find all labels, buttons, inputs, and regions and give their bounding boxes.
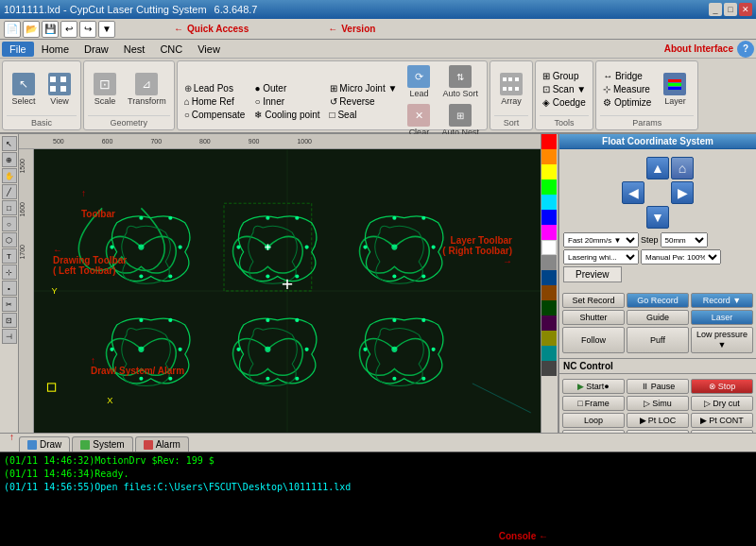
lt-zoom[interactable]: ⊕ bbox=[2, 152, 17, 167]
measure-btn[interactable]: ⊹ Measure bbox=[600, 83, 654, 95]
guide-btn[interactable]: Guide bbox=[627, 310, 689, 325]
qa-redo[interactable]: ↪ bbox=[79, 21, 96, 38]
lt-offset[interactable]: ⊡ bbox=[2, 313, 17, 328]
lead-pos-btn[interactable]: ⊕ Lead Pos bbox=[181, 82, 249, 94]
outer-btn[interactable]: ● Outer bbox=[251, 82, 322, 94]
coord-home-button[interactable]: ⌂ bbox=[671, 157, 694, 179]
qa-dropdown[interactable]: ▼ bbox=[98, 21, 115, 38]
shutter-btn[interactable]: Shutter bbox=[562, 310, 625, 325]
lt-break[interactable]: ⊣ bbox=[2, 329, 17, 344]
coedge-btn[interactable]: ◈ Coedge bbox=[540, 96, 589, 109]
coord-right-button[interactable]: ▶ bbox=[671, 181, 694, 204]
dry-cut-btn[interactable]: ▷Dry cut bbox=[691, 396, 753, 411]
lt-line[interactable]: ╱ bbox=[2, 184, 17, 199]
step-select[interactable]: 50mm bbox=[661, 232, 708, 247]
minimize-button[interactable]: _ bbox=[709, 3, 722, 16]
layer-color-darkgray[interactable] bbox=[541, 361, 557, 376]
coord-up-button[interactable]: ▲ bbox=[646, 157, 669, 179]
follow-btn[interactable]: Follow bbox=[562, 327, 625, 353]
bridge-btn[interactable]: ↔ Bridge bbox=[600, 70, 654, 82]
layer-color-yellow[interactable] bbox=[541, 164, 557, 179]
menu-nest[interactable]: Nest bbox=[116, 42, 153, 57]
layer-color-brown[interactable] bbox=[541, 285, 557, 300]
menu-draw[interactable]: Draw bbox=[77, 42, 116, 57]
tab-draw[interactable]: Draw bbox=[19, 436, 70, 452]
pt-loc-btn[interactable]: ▶Pt LOC bbox=[627, 413, 689, 428]
micro-joint-btn[interactable]: ⊞ Micro Joint ▼ bbox=[327, 82, 401, 94]
scale-button[interactable]: ⊡ Scale bbox=[88, 71, 122, 108]
menu-file[interactable]: File bbox=[2, 42, 34, 57]
reverse-btn[interactable]: ↺ Reverse bbox=[327, 95, 401, 108]
preview-button[interactable]: Preview bbox=[563, 266, 622, 282]
lt-rect[interactable]: □ bbox=[2, 200, 17, 215]
layer-color-darkpurple[interactable] bbox=[541, 316, 557, 331]
lt-poly[interactable]: ⬡ bbox=[2, 232, 17, 247]
pause-btn[interactable]: ⏸Pause bbox=[627, 379, 689, 394]
frame-btn[interactable]: □Frame bbox=[562, 396, 625, 411]
layer-color-darkgreen[interactable] bbox=[541, 300, 557, 316]
cooling-btn[interactable]: ❄ Cooling point bbox=[251, 109, 322, 121]
layer-color-orange[interactable] bbox=[541, 149, 557, 164]
lt-select[interactable]: ↖ bbox=[2, 136, 17, 151]
inner-btn[interactable]: ○ Inner bbox=[251, 95, 322, 108]
low-pressure-btn[interactable]: Low pressure ▼ bbox=[691, 327, 753, 353]
lasering-select[interactable]: Lasering whi... bbox=[563, 249, 639, 264]
go-record-btn[interactable]: Go Record bbox=[627, 293, 689, 308]
menu-cnc[interactable]: CNC bbox=[152, 42, 190, 57]
record-btn[interactable]: Record ▼ bbox=[691, 293, 753, 308]
layer-color-gray[interactable] bbox=[541, 255, 557, 270]
seal-btn[interactable]: □ Seal bbox=[327, 109, 401, 121]
layer-color-teal[interactable] bbox=[541, 346, 557, 361]
lt-trim[interactable]: ✂ bbox=[2, 297, 17, 312]
close-button[interactable]: ✕ bbox=[739, 3, 752, 16]
layer-color-olive[interactable] bbox=[541, 331, 557, 346]
scan-btn[interactable]: ⊡ Scan ▼ bbox=[540, 83, 589, 95]
simu-btn[interactable]: ▷Simu bbox=[627, 396, 689, 411]
pt-cont-btn[interactable]: ▶Pt CONT bbox=[691, 413, 753, 428]
layer-color-green[interactable] bbox=[541, 179, 557, 195]
menu-view[interactable]: View bbox=[190, 42, 228, 57]
tab-system[interactable]: System bbox=[72, 436, 132, 452]
layer-color-cyan[interactable] bbox=[541, 195, 557, 210]
select-button[interactable]: ↖ Select bbox=[7, 71, 41, 108]
start-btn[interactable]: ▶Start● bbox=[562, 379, 625, 394]
lt-node[interactable]: • bbox=[2, 281, 17, 296]
qa-open[interactable]: 📂 bbox=[23, 21, 40, 38]
tab-alarm[interactable]: Alarm bbox=[135, 436, 189, 452]
layer-color-magenta[interactable] bbox=[541, 225, 557, 240]
transform-button[interactable]: ⊿ Transform bbox=[124, 71, 170, 108]
drawing-area[interactable]: Y X ↑ Tool bbox=[34, 149, 541, 433]
manual-pw-select[interactable]: Manual Pw: 100% bbox=[641, 249, 721, 264]
optimize-btn[interactable]: ⚙ Optimize bbox=[600, 96, 654, 109]
layer-button[interactable]: Layer bbox=[656, 71, 694, 108]
maximize-button[interactable]: □ bbox=[724, 3, 737, 16]
qa-new[interactable]: 📄 bbox=[4, 21, 21, 38]
lt-measure[interactable]: ⊹ bbox=[2, 264, 17, 280]
layer-color-red[interactable] bbox=[541, 134, 557, 149]
stop-btn[interactable]: ⊗Stop bbox=[691, 379, 753, 394]
group-btn[interactable]: ⊞ Group bbox=[540, 70, 589, 82]
compensate-btn[interactable]: ○ Compensate bbox=[181, 109, 249, 121]
view-button[interactable]: View bbox=[43, 71, 77, 108]
layer-color-blue[interactable] bbox=[541, 210, 557, 225]
loop-btn[interactable]: Loop bbox=[562, 413, 625, 428]
coord-left-button[interactable]: ◀ bbox=[622, 181, 644, 204]
lt-pan[interactable]: ✋ bbox=[2, 168, 17, 183]
lt-circle[interactable]: ○ bbox=[2, 216, 17, 231]
lt-text[interactable]: T bbox=[2, 248, 17, 264]
fast-speed-select[interactable]: Fast 20mm/s ▼ bbox=[563, 232, 639, 247]
about-button[interactable]: ? bbox=[737, 41, 754, 58]
lead-button[interactable]: ⟳ Lead bbox=[404, 63, 434, 100]
auto-sort-button[interactable]: ⇅ Auto Sort bbox=[438, 63, 482, 100]
layer-color-white[interactable] bbox=[541, 240, 557, 255]
array-button[interactable]: Array bbox=[494, 71, 528, 108]
laser-btn[interactable]: Laser bbox=[691, 310, 753, 325]
qa-save[interactable]: 💾 bbox=[42, 21, 59, 38]
home-ref-btn[interactable]: ⌂ Home Ref bbox=[181, 95, 249, 108]
layer-color-darkblue[interactable] bbox=[541, 270, 557, 285]
qa-undo[interactable]: ↩ bbox=[60, 21, 77, 38]
puff-btn[interactable]: Puff bbox=[627, 327, 689, 353]
coord-down-button[interactable]: ▼ bbox=[646, 206, 669, 229]
set-record-btn[interactable]: Set Record bbox=[562, 293, 625, 308]
menu-home[interactable]: Home bbox=[34, 42, 77, 57]
